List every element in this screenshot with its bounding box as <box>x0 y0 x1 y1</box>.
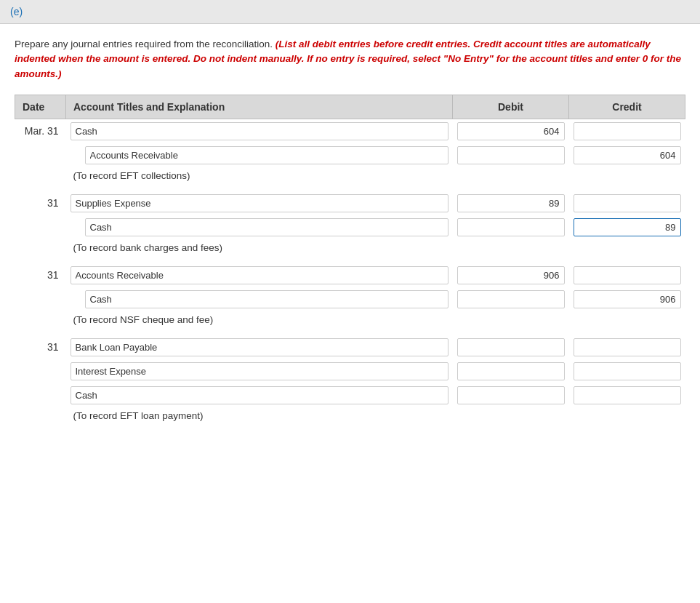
tab-label[interactable]: (e) <box>10 6 23 17</box>
account-title-input[interactable] <box>85 218 448 236</box>
credit-cell <box>569 287 685 311</box>
entry-note: (To record NSF cheque and fee) <box>15 311 685 335</box>
header-account: Account Titles and Explanation <box>66 95 453 119</box>
credit-amount-input[interactable] <box>574 362 681 380</box>
journal-entry-table: Date Account Titles and Explanation Debi… <box>15 95 685 431</box>
table-row: Mar. 31 <box>15 119 685 143</box>
debit-amount-input[interactable] <box>457 122 565 140</box>
table-row <box>15 383 685 407</box>
table-row <box>15 143 685 167</box>
date-cell: 31 <box>15 191 66 215</box>
account-title-input[interactable] <box>71 362 448 380</box>
debit-amount-input[interactable] <box>457 386 565 404</box>
credit-cell <box>569 263 685 287</box>
debit-cell <box>453 143 569 167</box>
note-row: (To record EFT collections) <box>15 167 685 191</box>
note-row: (To record EFT loan payment) <box>15 407 685 431</box>
credit-amount-input[interactable] <box>574 338 681 356</box>
account-title-input[interactable] <box>85 146 448 164</box>
date-cell: Mar. 31 <box>15 119 66 143</box>
account-cell <box>66 215 453 239</box>
account-cell <box>66 383 453 407</box>
date-cell <box>15 287 66 311</box>
account-cell <box>66 263 453 287</box>
credit-amount-input[interactable] <box>574 122 681 140</box>
account-title-input[interactable] <box>71 338 448 356</box>
note-row: (To record NSF cheque and fee) <box>15 311 685 335</box>
header-date: Date <box>15 95 66 119</box>
table-row: 31 <box>15 335 685 359</box>
credit-amount-input[interactable] <box>574 146 681 164</box>
entry-note: (To record bank charges and fees) <box>15 239 685 263</box>
debit-cell <box>453 335 569 359</box>
account-title-input[interactable] <box>71 194 448 212</box>
instruction-text: Prepare any journal entries required fro… <box>15 37 685 81</box>
credit-cell <box>569 143 685 167</box>
credit-cell <box>569 191 685 215</box>
debit-cell <box>453 215 569 239</box>
debit-cell <box>453 263 569 287</box>
table-row <box>15 287 685 311</box>
header-debit: Debit <box>453 95 569 119</box>
debit-amount-input[interactable] <box>457 338 565 356</box>
account-title-input[interactable] <box>71 386 448 404</box>
date-cell <box>15 383 66 407</box>
table-row: 31 <box>15 263 685 287</box>
date-cell <box>15 215 66 239</box>
account-title-input[interactable] <box>71 122 448 140</box>
date-cell: 31 <box>15 335 66 359</box>
credit-amount-input[interactable] <box>574 290 681 308</box>
account-cell <box>66 143 453 167</box>
credit-cell <box>569 359 685 383</box>
debit-cell <box>453 191 569 215</box>
date-cell <box>15 143 66 167</box>
account-cell <box>66 359 453 383</box>
account-title-input[interactable] <box>71 266 448 284</box>
date-cell: 31 <box>15 263 66 287</box>
account-cell <box>66 335 453 359</box>
entry-note: (To record EFT loan payment) <box>15 407 685 431</box>
debit-cell <box>453 119 569 143</box>
debit-cell <box>453 287 569 311</box>
table-row <box>15 359 685 383</box>
entry-note: (To record EFT collections) <box>15 167 685 191</box>
debit-cell <box>453 359 569 383</box>
credit-cell <box>569 383 685 407</box>
account-cell <box>66 191 453 215</box>
header-credit: Credit <box>569 95 685 119</box>
date-cell <box>15 359 66 383</box>
debit-amount-input[interactable] <box>457 146 565 164</box>
account-cell <box>66 287 453 311</box>
debit-cell <box>453 383 569 407</box>
credit-cell <box>569 119 685 143</box>
debit-amount-input[interactable] <box>457 362 565 380</box>
credit-cell <box>569 215 685 239</box>
instruction-prefix: Prepare any journal entries required fro… <box>15 39 275 49</box>
debit-amount-input[interactable] <box>457 218 565 236</box>
credit-amount-input[interactable] <box>574 386 681 404</box>
note-row: (To record bank charges and fees) <box>15 239 685 263</box>
table-row <box>15 215 685 239</box>
account-cell <box>66 119 453 143</box>
account-title-input[interactable] <box>85 290 448 308</box>
debit-amount-input[interactable] <box>457 266 565 284</box>
credit-cell <box>569 335 685 359</box>
credit-amount-input[interactable] <box>574 266 681 284</box>
credit-amount-input[interactable] <box>574 218 681 236</box>
credit-amount-input[interactable] <box>574 194 681 212</box>
debit-amount-input[interactable] <box>457 194 565 212</box>
debit-amount-input[interactable] <box>457 290 565 308</box>
table-row: 31 <box>15 191 685 215</box>
